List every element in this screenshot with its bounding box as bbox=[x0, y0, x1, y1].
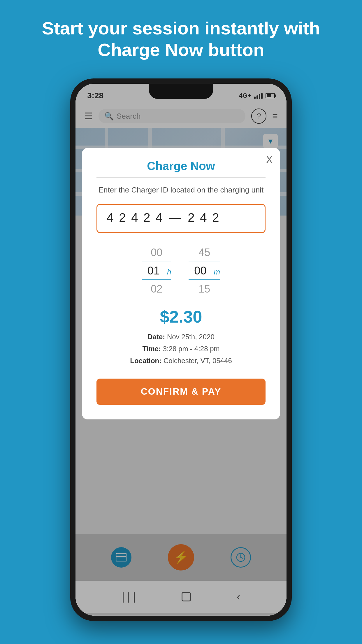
minutes-column[interactable]: 45 00 m 15 bbox=[189, 244, 220, 298]
charger-separator: — bbox=[169, 211, 181, 226]
time-picker: 00 01 h 02 45 00 m bbox=[96, 244, 266, 298]
charger-id-part2: 2 4 2 bbox=[187, 211, 220, 226]
charger-id-part1: 4 2 4 2 4 bbox=[106, 211, 163, 226]
modal-subtitle: Enter the Charger ID located on the char… bbox=[96, 185, 266, 195]
charge-now-modal: X Charge Now Enter the Charger ID locate… bbox=[82, 148, 280, 419]
confirm-pay-button[interactable]: CONFIRM & PAY bbox=[96, 379, 266, 405]
hours-prev[interactable]: 00 bbox=[145, 244, 168, 262]
charger-digit-2: 2 bbox=[118, 211, 126, 226]
minutes-prev[interactable]: 45 bbox=[193, 244, 216, 262]
location-value: Colchester, VT, 05446 bbox=[164, 357, 232, 365]
time-label: Time: bbox=[142, 345, 163, 353]
charger-digit-8: 2 bbox=[212, 211, 220, 226]
charger-digit-4: 2 bbox=[143, 211, 151, 226]
phone-mockup: 3:28 4G+ ☰ 🔍 bbox=[0, 73, 362, 621]
charger-id-input[interactable]: 4 2 4 2 4 — 2 4 2 bbox=[96, 204, 266, 233]
page-header: Start your session instantly with Charge… bbox=[0, 0, 362, 73]
location-label: Location: bbox=[130, 357, 164, 365]
minutes-next[interactable]: 15 bbox=[193, 280, 216, 298]
close-button[interactable]: X bbox=[266, 154, 273, 166]
charger-digit-6: 2 bbox=[187, 211, 195, 226]
charger-digit-1: 4 bbox=[106, 211, 114, 226]
modal-overlay: X Charge Now Enter the Charger ID locate… bbox=[75, 84, 287, 616]
time-value: 3:28 pm - 4:28 pm bbox=[163, 345, 220, 353]
hours-selected: 01 bbox=[142, 265, 165, 277]
charger-digit-5: 4 bbox=[155, 211, 163, 226]
charger-digit-7: 4 bbox=[199, 211, 208, 226]
date-value: Nov 25th, 2020 bbox=[167, 333, 215, 341]
hours-unit: h bbox=[167, 267, 171, 276]
price-display: $2.30 bbox=[96, 307, 266, 326]
phone-frame: 3:28 4G+ ☰ 🔍 bbox=[70, 78, 292, 621]
charger-digit-3: 4 bbox=[131, 211, 139, 226]
minutes-unit: m bbox=[214, 267, 220, 276]
session-details: Date: Nov 25th, 2020 Time: 3:28 pm - 4:2… bbox=[96, 331, 266, 367]
hours-column[interactable]: 00 01 h 02 bbox=[142, 244, 171, 298]
hours-next[interactable]: 02 bbox=[145, 280, 168, 298]
phone-screen: 3:28 4G+ ☰ 🔍 bbox=[75, 84, 287, 616]
minutes-selected: 00 bbox=[189, 265, 212, 277]
modal-title: Charge Now bbox=[96, 160, 266, 173]
modal-divider bbox=[96, 177, 266, 178]
date-label: Date: bbox=[147, 333, 167, 341]
